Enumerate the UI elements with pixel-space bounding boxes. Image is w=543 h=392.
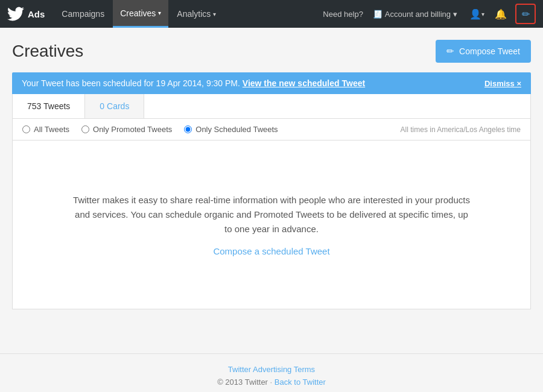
timezone-label: All times in America/Los Angeles time [401,125,521,134]
footer-copyright: © 2013 Twitter · Back to Twitter [12,378,531,387]
empty-state: Twitter makes it easy to share real-time… [72,193,471,256]
compose-icon-btn[interactable]: ✏ [515,4,536,24]
topnav: Ads Campaigns Creatives ▾ Analytics ▾ Ne… [0,0,543,28]
analytics-dropdown-arrow: ▾ [213,11,216,17]
user-dropdown-arrow: ▾ [481,11,484,17]
filter-options: All Tweets Only Promoted Tweets Only Sch… [22,125,278,134]
page-header: Creatives ✏ Compose Tweet [12,40,531,63]
creatives-dropdown-arrow: ▾ [158,10,161,16]
filter-all-tweets[interactable]: All Tweets [22,125,69,134]
tabs-container: 753 Tweets 0 Cards [12,94,531,119]
topnav-right: Need help? 🧾 Account and billing ▾ 👤 ▾ 🔔… [323,4,536,24]
help-link[interactable]: Need help? [323,10,363,19]
filter-promoted-tweets[interactable]: Only Promoted Tweets [81,125,172,134]
empty-state-description: Twitter makes it easy to share real-time… [72,193,471,236]
ads-logo-text: Ads [28,9,45,19]
alert-banner: Your Tweet has been scheduled for 19 Apr… [12,72,531,94]
nav-campaigns[interactable]: Campaigns [54,0,112,28]
briefcase-icon: 🧾 [373,10,383,19]
main-container: Creatives ✏ Compose Tweet Your Tweet has… [0,28,543,353]
page-title: Creatives [12,42,83,61]
compose-scheduled-tweet-link[interactable]: Compose a scheduled Tweet [213,246,329,256]
user-icon: 👤 [469,8,481,20]
view-scheduled-tweet-link[interactable]: View the new scheduled Tweet [243,78,365,88]
nav-links: Campaigns Creatives ▾ Analytics ▾ [54,0,323,28]
filter-all-tweets-radio[interactable] [22,125,30,133]
filter-scheduled-tweets-radio[interactable] [184,125,192,133]
logo[interactable]: Ads [7,5,45,22]
notifications-icon-btn[interactable]: 🔔 [491,4,510,24]
filter-scheduled-tweets[interactable]: Only Scheduled Tweets [184,125,278,134]
user-icon-btn[interactable]: 👤 ▾ [467,4,486,24]
cards-tab-link[interactable]: 0 Cards [100,101,129,111]
filter-row: All Tweets Only Promoted Tweets Only Sch… [12,119,531,141]
back-to-twitter-link[interactable]: Back to Twitter [275,378,326,387]
dismiss-alert-button[interactable]: Dismiss × [484,79,521,88]
account-billing-btn[interactable]: 🧾 Account and billing ▾ [368,7,462,21]
advertising-terms-link[interactable]: Twitter Advertising Terms [228,365,315,374]
divider-dot: · [270,378,275,387]
twitter-bird-icon [7,5,24,22]
alert-message: Your Tweet has been scheduled for 19 Apr… [22,78,365,88]
compose-tweet-button[interactable]: ✏ Compose Tweet [436,40,531,63]
filter-promoted-tweets-radio[interactable] [81,125,89,133]
content-area: Twitter makes it easy to share real-time… [12,141,531,309]
bell-icon: 🔔 [495,8,507,20]
compose-btn-icon: ✏ [446,46,454,57]
nav-analytics[interactable]: Analytics ▾ [170,0,223,28]
nav-creatives[interactable]: Creatives ▾ [113,0,168,28]
tab-tweets[interactable]: 753 Tweets [13,94,85,118]
footer-main-links: Twitter Advertising Terms [12,365,531,374]
compose-edit-icon: ✏ [522,8,530,20]
tab-cards[interactable]: 0 Cards [85,94,144,118]
account-dropdown-arrow: ▾ [453,10,457,19]
footer: Twitter Advertising Terms © 2013 Twitter… [0,353,543,392]
